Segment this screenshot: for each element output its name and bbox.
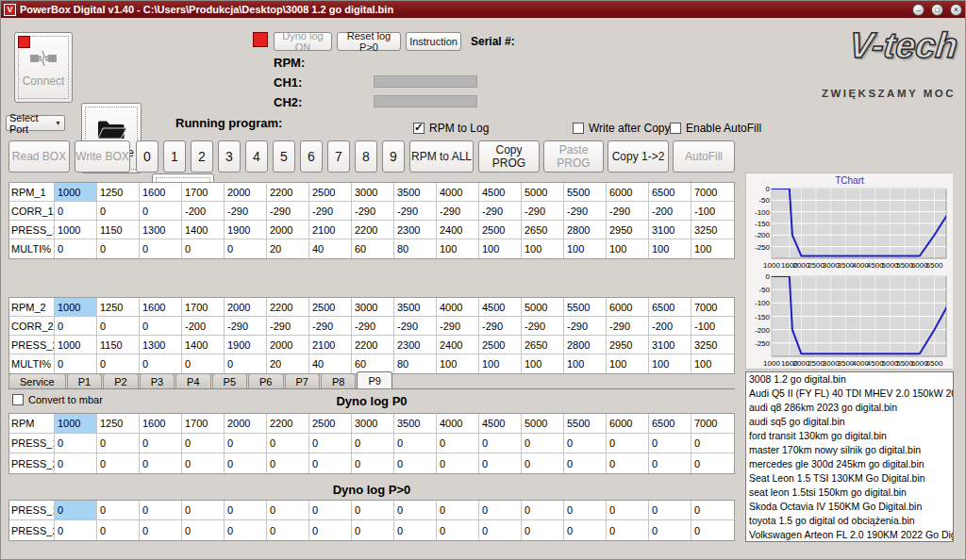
cell-press_2-8[interactable]: 2300 [394, 336, 437, 354]
cell-corr_1-15[interactable]: -100 [691, 202, 734, 221]
cell-press_2-3[interactable]: 1400 [182, 336, 225, 354]
dyno-log-button[interactable]: Dyno log ON [274, 32, 332, 51]
cell-press_2-2[interactable]: 1300 [140, 336, 182, 354]
tab-p8[interactable]: P8 [321, 373, 356, 388]
connect-button[interactable]: Connect [14, 32, 73, 103]
cell-rpm-12[interactable]: 5500 [564, 414, 607, 434]
cell-rpm-10[interactable]: 4500 [479, 414, 522, 434]
cell-multi%-7[interactable]: 60 [352, 354, 394, 373]
cell-corr_1-4[interactable]: -290 [225, 202, 267, 221]
cell-multi%-2[interactable]: 0 [140, 354, 182, 373]
cell-corr_2-6[interactable]: -290 [309, 317, 352, 336]
cell-press_1-11[interactable]: 0 [522, 434, 564, 453]
cell-rpm-5[interactable]: 2200 [267, 414, 309, 434]
cell-rpm_1-3[interactable]: 1700 [182, 183, 225, 202]
digit-button-9[interactable]: 9 [382, 140, 405, 173]
select-port-dropdown[interactable]: Select Port ▼ [6, 115, 65, 131]
cell-press_1-8[interactable]: 0 [394, 434, 437, 453]
cell-press_2-7[interactable]: 0 [352, 453, 394, 473]
cell-rpm_1-14[interactable]: 6500 [649, 183, 691, 202]
convert-to-mbar-checkbox[interactable]: Convert to mbar [12, 394, 103, 405]
cell-press_2-5[interactable]: 2000 [267, 336, 309, 354]
cell-press_2-15[interactable]: 3250 [691, 336, 734, 354]
digit-button-0[interactable]: 0 [136, 140, 158, 173]
cell-multi%-8[interactable]: 80 [394, 354, 437, 373]
cell-rpm_2-7[interactable]: 3000 [352, 298, 394, 317]
cell-press_2-8[interactable]: 0 [394, 520, 437, 540]
cell-press_1-4[interactable]: 0 [225, 434, 267, 453]
cell-rpm_1-1[interactable]: 1250 [97, 183, 140, 202]
file-item-6[interactable]: mercedes gle 300d 245km go digital.bin [746, 457, 953, 471]
cell-press_2-6[interactable]: 0 [309, 453, 352, 473]
digit-button-7[interactable]: 7 [327, 140, 350, 173]
cell-rpm-6[interactable]: 2500 [309, 414, 352, 434]
cell-press_2-8[interactable]: 0 [394, 453, 437, 473]
cell-corr_1-1[interactable]: 0 [97, 202, 140, 221]
cell-rpm_2-4[interactable]: 2000 [225, 298, 267, 317]
cell-press_1-12[interactable]: 0 [564, 501, 607, 520]
cell-corr_1-0[interactable]: 0 [55, 202, 97, 221]
cell-press_1-12[interactable]: 0 [564, 434, 607, 453]
cell-multi%-1[interactable]: 0 [97, 354, 140, 373]
cell-corr_2-13[interactable]: -290 [607, 317, 649, 336]
cell-press_1-1[interactable]: 1150 [97, 221, 140, 239]
cell-multi%-12[interactable]: 100 [564, 239, 607, 258]
rpm-to-all-button[interactable]: RPM to ALL [409, 140, 474, 173]
cell-press_2-3[interactable]: 0 [182, 453, 225, 473]
cell-press_1-2[interactable]: 0 [140, 501, 182, 520]
cell-rpm_1-11[interactable]: 5000 [522, 183, 564, 202]
cell-rpm_1-10[interactable]: 4500 [479, 183, 522, 202]
cell-corr_2-8[interactable]: -290 [394, 317, 437, 336]
write-after-copy-checkbox[interactable]: Write after Copy [573, 122, 670, 135]
cell-press_1-8[interactable]: 0 [394, 501, 437, 520]
cell-rpm_1-4[interactable]: 2000 [225, 183, 267, 202]
cell-press_1-9[interactable]: 0 [437, 434, 479, 453]
cell-corr_2-11[interactable]: -290 [522, 317, 564, 336]
paste-prog-button[interactable]: Paste PROG [543, 140, 604, 173]
cell-press_1-13[interactable]: 0 [607, 501, 649, 520]
cell-corr_1-3[interactable]: -200 [182, 202, 225, 221]
cell-corr_2-0[interactable]: 0 [55, 317, 97, 336]
cell-corr_2-14[interactable]: -200 [649, 317, 691, 336]
cell-multi%-14[interactable]: 100 [649, 239, 691, 258]
cell-press_1-0[interactable]: 0 [55, 434, 97, 453]
cell-rpm_2-3[interactable]: 1700 [182, 298, 225, 317]
cell-press_2-14[interactable]: 0 [649, 453, 691, 473]
file-item-0[interactable]: 3008 1.2 go digital.bin [746, 372, 953, 387]
cell-rpm_2-14[interactable]: 6500 [649, 298, 691, 317]
cell-press_2-13[interactable]: 0 [607, 520, 649, 540]
file-item-11[interactable]: Volkswagen Arteon FL 2.0 190KM 2022 Go D… [746, 528, 953, 542]
cell-press_2-4[interactable]: 1900 [225, 336, 267, 354]
tab-p5[interactable]: P5 [212, 373, 247, 388]
cell-rpm_1-6[interactable]: 2500 [309, 183, 352, 202]
cell-press_2-6[interactable]: 0 [309, 520, 352, 540]
cell-press_2-10[interactable]: 2500 [479, 336, 522, 354]
cell-rpm-7[interactable]: 3000 [352, 414, 394, 434]
instruction-button[interactable]: Instruction [406, 32, 461, 51]
cell-press_1-5[interactable]: 2000 [267, 221, 309, 239]
rpm-to-log-checkbox-box[interactable] [413, 123, 425, 134]
cell-press_2-0[interactable]: 0 [55, 453, 97, 473]
cell-press_2-4[interactable]: 0 [225, 453, 267, 473]
file-item-1[interactable]: Audi Q5 II (FY FL) 40 TDI MHEV 2.0 150kW… [746, 387, 953, 401]
cell-press_2-12[interactable]: 2800 [564, 336, 607, 354]
cell-press_1-14[interactable]: 0 [649, 434, 691, 453]
tab-p6[interactable]: P6 [248, 373, 283, 388]
file-item-3[interactable]: audi sq5 go digital.bin [746, 415, 953, 429]
cell-multi%-4[interactable]: 0 [225, 354, 267, 373]
cell-multi%-15[interactable]: 100 [691, 239, 734, 258]
cell-press_2-9[interactable]: 0 [437, 520, 479, 540]
cell-multi%-7[interactable]: 60 [352, 239, 394, 258]
cell-press_1-10[interactable]: 0 [479, 501, 522, 520]
cell-multi%-13[interactable]: 100 [607, 354, 649, 373]
cell-press_2-0[interactable]: 1000 [55, 336, 97, 354]
cell-rpm_2-9[interactable]: 4000 [437, 298, 479, 317]
cell-press_2-3[interactable]: 0 [182, 520, 225, 540]
cell-rpm_1-2[interactable]: 1600 [140, 183, 182, 202]
cell-corr_1-14[interactable]: -200 [649, 202, 691, 221]
cell-rpm_2-13[interactable]: 6000 [607, 298, 649, 317]
cell-corr_2-12[interactable]: -290 [564, 317, 607, 336]
close-button[interactable] [950, 4, 962, 16]
file-item-4[interactable]: ford transit 130km go digital.bin [746, 429, 953, 443]
cell-corr_2-3[interactable]: -200 [182, 317, 225, 336]
